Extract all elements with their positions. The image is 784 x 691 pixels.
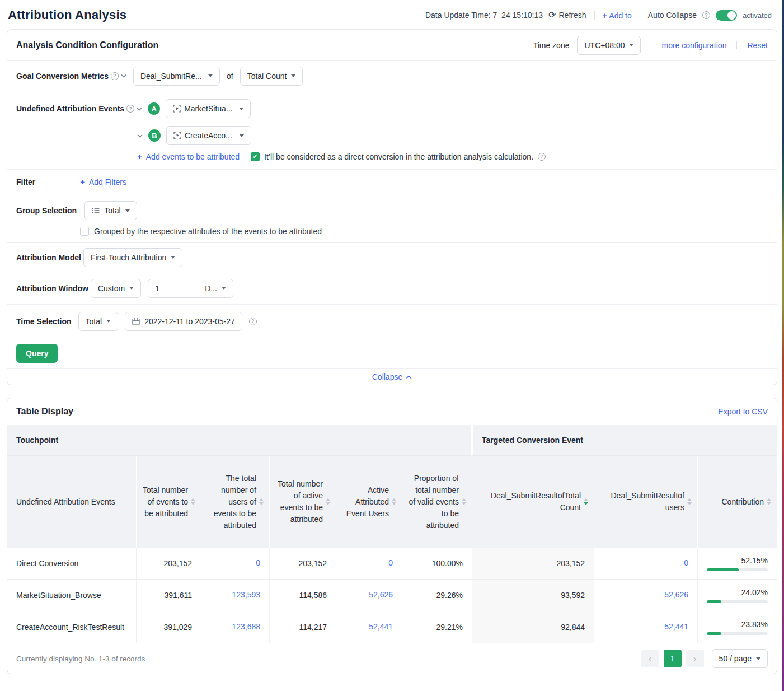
drill-down-link[interactable]: 0 bbox=[388, 558, 393, 568]
page-size-select[interactable]: 50 / page bbox=[712, 649, 768, 668]
time-selection-mode: Total bbox=[86, 317, 102, 326]
group-attributes-checkbox[interactable] bbox=[80, 227, 89, 236]
drill-down-link[interactable]: 52,626 bbox=[664, 590, 688, 600]
add-events-label: Add events to be attributed bbox=[146, 152, 240, 161]
sort-icon[interactable] bbox=[326, 498, 330, 505]
question-icon[interactable]: ? bbox=[249, 318, 257, 325]
column-header-7[interactable]: Deal_SubmitResultofTotal Count bbox=[472, 456, 594, 548]
goal-measure-select[interactable]: Total Count bbox=[240, 67, 303, 86]
chevron-down-icon bbox=[125, 209, 130, 212]
direct-conversion-note: It’ll be considered as a direct conversi… bbox=[264, 152, 533, 161]
add-events-link[interactable]: + Add events to be attributed bbox=[137, 152, 240, 161]
attribution-window-mode: Custom bbox=[98, 284, 125, 293]
question-icon[interactable]: ? bbox=[702, 11, 710, 19]
attribution-model-select[interactable]: First-Touch Attribution bbox=[83, 248, 182, 267]
group-selection-select[interactable]: Total bbox=[84, 201, 137, 220]
refresh-button[interactable]: ⟳ Refresh bbox=[548, 11, 586, 20]
next-page-button[interactable]: › bbox=[686, 650, 704, 667]
chevron-down-icon[interactable] bbox=[137, 107, 142, 111]
sort-icon[interactable] bbox=[584, 498, 588, 505]
goal-metrics-label: Goal Conversion Metrics ? bbox=[16, 72, 126, 81]
column-header-9[interactable]: Contribution bbox=[698, 456, 777, 548]
cell-conv_users: 0 bbox=[594, 548, 698, 579]
cell-proportion: 29.21% bbox=[402, 611, 472, 643]
chevron-down-icon[interactable] bbox=[137, 134, 143, 138]
auto-collapse-label: Auto Collapse bbox=[648, 11, 697, 20]
add-to-button[interactable]: +Add to bbox=[603, 11, 632, 20]
sort-icon[interactable] bbox=[767, 498, 771, 505]
goal-metric-select[interactable]: Deal_SubmitRe... bbox=[133, 67, 220, 86]
attribution-window-unit-select[interactable]: D... bbox=[198, 279, 233, 297]
cell-total_events: 391,029 bbox=[137, 611, 201, 643]
cell-contribution: 52.15% bbox=[698, 548, 777, 579]
table-footer: Currently displaying No. 1-3 of records … bbox=[7, 643, 777, 674]
date-range-picker[interactable]: 2022-12-11 to 2023-05-27 bbox=[125, 312, 242, 331]
column-header-4[interactable]: Total number of active events to be attr… bbox=[270, 456, 336, 548]
drill-down-link[interactable]: 52,441 bbox=[664, 622, 688, 632]
page-header: Attribution Analysis Data Update Time: 7… bbox=[0, 0, 784, 29]
sort-icon[interactable] bbox=[191, 498, 195, 505]
cell-event: MarketSituation_Browse bbox=[7, 580, 137, 611]
question-icon[interactable]: ? bbox=[538, 153, 546, 161]
drill-down-link[interactable]: 0 bbox=[684, 558, 688, 568]
chevron-down-icon[interactable] bbox=[121, 74, 126, 78]
drill-down-link[interactable]: 123,593 bbox=[232, 590, 260, 600]
contribution-bar bbox=[707, 632, 768, 635]
table-row: CreateAccount_RiskTestResult391,029123,6… bbox=[7, 611, 777, 643]
current-page-button[interactable]: 1 bbox=[664, 650, 682, 667]
auto-collapse-toggle[interactable] bbox=[716, 10, 737, 21]
collapse-toggle[interactable]: Collapse bbox=[7, 369, 777, 385]
drill-down-link[interactable]: 0 bbox=[256, 558, 260, 568]
add-filters-label: Add Filters bbox=[89, 178, 126, 186]
divider bbox=[736, 41, 737, 49]
contribution-value: 52.15% bbox=[707, 556, 768, 565]
table-row: MarketSituation_Browse391,611123,593114,… bbox=[7, 580, 777, 611]
question-icon[interactable]: ? bbox=[111, 72, 119, 80]
attribution-model-label: Attribution Model bbox=[16, 253, 81, 262]
column-header-2[interactable]: Total number of events to be attributed bbox=[137, 456, 201, 548]
more-configuration-link[interactable]: more configuration bbox=[661, 41, 726, 50]
column-header-5[interactable]: Active Attributed Event Users bbox=[336, 456, 402, 548]
column-header-8[interactable]: Deal_SubmitResultof users bbox=[594, 456, 698, 548]
add-to-label: Add to bbox=[609, 11, 631, 20]
sort-icon[interactable] bbox=[259, 498, 264, 505]
time-selection-mode-select[interactable]: Total bbox=[78, 312, 119, 331]
event-badge-b: B bbox=[148, 129, 161, 142]
cell-event: CreateAccount_RiskTestResult bbox=[7, 611, 137, 643]
direct-conversion-checkbox[interactable]: ✓ bbox=[251, 152, 260, 161]
add-filters-link[interactable]: + Add Filters bbox=[80, 177, 126, 186]
reset-link[interactable]: Reset bbox=[747, 41, 768, 50]
drill-down-link[interactable]: 123,688 bbox=[232, 622, 260, 632]
event-b-select[interactable]: CreateAcco... bbox=[166, 126, 251, 145]
export-csv-link[interactable]: Export to CSV bbox=[718, 407, 768, 416]
sort-icon[interactable] bbox=[687, 498, 692, 505]
chevron-down-icon bbox=[129, 287, 134, 290]
divider bbox=[640, 11, 640, 20]
divider bbox=[594, 11, 595, 20]
attribution-window-mode-select[interactable]: Custom bbox=[91, 279, 141, 298]
column-header-6[interactable]: Proportion of total number of valid even… bbox=[402, 456, 472, 548]
cell-total_events: 391,611 bbox=[137, 580, 201, 611]
cell-conv_users: 52,441 bbox=[594, 611, 698, 643]
group-selection-value: Total bbox=[104, 206, 121, 215]
drill-down-link[interactable]: 52,626 bbox=[369, 590, 393, 600]
timezone-select[interactable]: UTC+08:00 bbox=[577, 36, 641, 55]
page-title: Attribution Analysis bbox=[8, 8, 126, 22]
drill-down-link[interactable]: 52,441 bbox=[369, 622, 393, 632]
config-panel-title: Analysis Condition Configuration bbox=[16, 40, 158, 50]
cell-conv_total: 93,592 bbox=[472, 580, 594, 611]
chevron-down-icon bbox=[629, 44, 633, 46]
pagination: ‹ 1 › 50 / page bbox=[641, 649, 768, 668]
sort-icon[interactable] bbox=[462, 498, 466, 505]
event-a-select[interactable]: MarketSitua... bbox=[166, 99, 251, 118]
attribution-window-value-input[interactable]: 1 bbox=[148, 279, 198, 297]
cell-total_users: 123,688 bbox=[201, 611, 270, 643]
question-icon[interactable]: ? bbox=[126, 105, 134, 113]
data-update-time: Data Update Time: 7–24 15:10:13 bbox=[425, 11, 543, 20]
prev-page-button[interactable]: ‹ bbox=[641, 650, 659, 667]
query-button[interactable]: Query bbox=[16, 344, 58, 363]
column-header-label: Deal_SubmitResultofTotal Count bbox=[478, 490, 581, 513]
column-header-label: Deal_SubmitResultof users bbox=[600, 490, 684, 513]
sort-icon[interactable] bbox=[392, 498, 396, 505]
column-header-3[interactable]: The total number of users of events to b… bbox=[201, 456, 270, 548]
